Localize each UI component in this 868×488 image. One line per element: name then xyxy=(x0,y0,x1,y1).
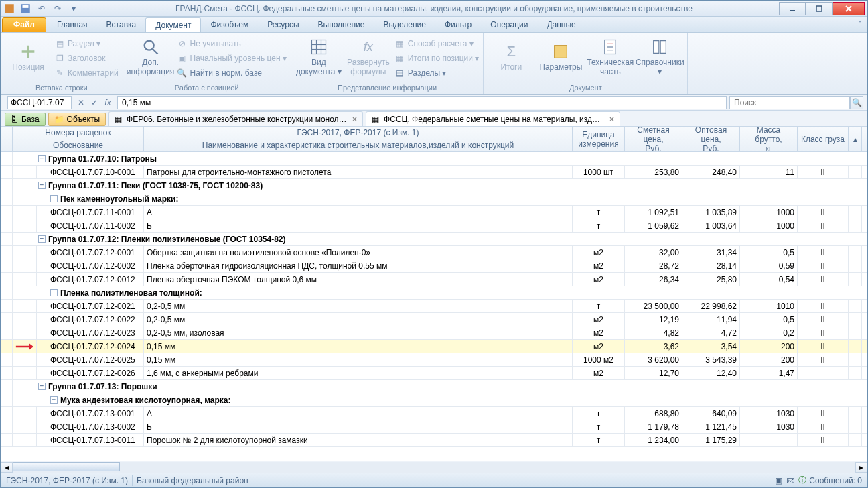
menu-tab-данные[interactable]: Данные xyxy=(537,17,585,32)
objects-button[interactable]: 📁Объекты xyxy=(48,113,106,126)
grid-body[interactable]: −Группа 01.7.07.10: ПатроныФССЦ-01.7.07.… xyxy=(1,152,867,461)
header-mass[interactable]: Масса брутто, кг xyxy=(740,127,797,151)
table-row[interactable]: ФССЦ-01.7.07.12-0001Обертка защитная на … xyxy=(1,246,867,259)
table-row[interactable]: −Мука андезитовая кислотоупорная, марка: xyxy=(1,393,867,407)
pos-totals-button[interactable]: ▦Итоги по позиции ▾ xyxy=(394,52,479,65)
search-button[interactable]: 🔍 xyxy=(850,96,863,109)
collapse-icon[interactable]: − xyxy=(50,396,58,404)
menu-tab-вставка[interactable]: Вставка xyxy=(97,17,146,32)
header-basis[interactable]: Обоснование xyxy=(13,139,143,151)
table-row[interactable]: ФССЦ-01.7.07.12-00250,15 мм1000 м23 620,… xyxy=(1,353,867,367)
scroll-left-icon[interactable]: ◂ xyxy=(1,462,13,473)
menu-tab-выделение[interactable]: Выделение xyxy=(374,17,435,32)
status-icon[interactable]: ▣ xyxy=(775,476,782,485)
cancel-edit-icon[interactable]: ✕ xyxy=(74,96,88,109)
scroll-thumb[interactable] xyxy=(13,462,120,471)
header-button[interactable]: ❐Заголовок xyxy=(54,52,119,65)
scroll-right-icon[interactable]: ▸ xyxy=(855,462,867,473)
formula-input[interactable] xyxy=(117,96,727,109)
price-level-button[interactable]: ▣Начальный уровень цен ▾ xyxy=(177,52,287,65)
table-row[interactable]: −Пек каменноугольный марки: xyxy=(1,192,867,206)
header-codes[interactable]: Номера расценок xyxy=(13,127,143,139)
table-row[interactable]: −Группа 01.7.07.12: Пленки полиэтиленовы… xyxy=(1,233,867,246)
fx-button[interactable]: fx xyxy=(101,96,115,109)
collapse-icon[interactable]: − xyxy=(50,289,58,296)
menu-tab-документ[interactable]: Документ xyxy=(145,17,201,32)
menu-tab-фильтр[interactable]: Фильтр xyxy=(435,17,481,32)
table-row[interactable]: ФССЦ-01.7.07.11-0002Бт1 059,621 003,6410… xyxy=(1,219,867,233)
table-row[interactable]: −Пленка полиэтиленовая толщиной: xyxy=(1,286,867,300)
maximize-button[interactable] xyxy=(806,2,833,15)
table-row[interactable]: ФССЦ-01.7.07.12-00230,2-0,5 мм, изоловая… xyxy=(1,326,867,340)
params-button[interactable]: Параметры xyxy=(537,34,584,80)
search-input[interactable] xyxy=(729,96,850,109)
collapse-icon[interactable]: − xyxy=(38,383,46,390)
minimize-button[interactable] xyxy=(779,2,806,15)
header-class[interactable]: Класс груза xyxy=(798,127,848,151)
position-button[interactable]: Позиция xyxy=(5,34,52,80)
table-row[interactable]: −Группа 01.7.07.10: Патроны xyxy=(1,152,867,166)
table-row[interactable]: ФССЦ-01.7.07.13-0001Ат688,80640,091030II xyxy=(1,407,867,420)
collapse-icon[interactable]: − xyxy=(38,235,46,243)
table-row[interactable]: −Группа 01.7.07.13: Порошки xyxy=(1,380,867,393)
horizontal-scrollbar[interactable]: ◂ ▸ xyxy=(1,461,867,473)
menu-tab-ресурсы[interactable]: Ресурсы xyxy=(258,17,308,32)
qat-dropdown-icon[interactable]: ▾ xyxy=(68,3,80,15)
collapse-icon[interactable]: − xyxy=(38,155,46,162)
table-row[interactable]: ФССЦ-01.7.07.13-0011Порошок № 2 для кисл… xyxy=(1,434,867,447)
messages-indicator[interactable]: ⓘ Сообщений: 0 xyxy=(798,475,862,486)
confirm-edit-icon[interactable]: ✓ xyxy=(88,96,101,109)
collapse-icon[interactable]: − xyxy=(50,195,58,202)
cell-price2: 12,40 xyxy=(682,367,740,379)
comment-button[interactable]: ✎Комментарий xyxy=(54,66,119,80)
ribbon-collapse-icon[interactable]: ˄ xyxy=(853,17,867,32)
header-price1[interactable]: Сметная цена, Руб. xyxy=(625,127,682,151)
undo-icon[interactable]: ↶ xyxy=(35,3,48,15)
table-row[interactable]: ФССЦ-01.7.07.12-00261,6 мм, с анкерными … xyxy=(1,367,867,380)
close-tab-icon[interactable]: × xyxy=(352,115,357,124)
table-row[interactable]: ФССЦ-01.7.07.12-00240,15 ммм23,623,54200… xyxy=(1,340,867,353)
table-row[interactable]: −Группа 01.7.07.11: Пеки (ГОСТ 1038-75, … xyxy=(1,179,867,192)
status-icon[interactable]: 🖂 xyxy=(786,476,794,485)
totals-button[interactable]: ΣИтоги xyxy=(488,34,534,80)
database-button[interactable]: 🗄База xyxy=(5,113,46,126)
collapse-icon[interactable]: − xyxy=(38,182,46,189)
section-button[interactable]: ▤Раздел ▾ xyxy=(54,37,119,50)
header-price2[interactable]: Оптовая цена, Руб. xyxy=(682,127,739,151)
techpart-button[interactable]: Техническая часть xyxy=(587,34,634,80)
document-tab[interactable]: ▦ФССЦ. Федеральные сметные цены на матер… xyxy=(366,111,620,126)
expand-formulas-button[interactable]: fx Развернуть формулы xyxy=(345,34,392,80)
menu-tab-главная[interactable]: Главная xyxy=(48,17,97,32)
calc-method-button[interactable]: ▦Способ расчета ▾ xyxy=(394,37,479,50)
table-row[interactable]: ФССЦ-01.7.07.10-0001Патроны для строител… xyxy=(1,166,867,179)
view-button[interactable]: Вид документа ▾ xyxy=(295,34,342,80)
menu-tab-операции[interactable]: Операции xyxy=(481,17,537,32)
table-row[interactable]: ФССЦ-01.7.07.12-0012Пленка оберточная ПЭ… xyxy=(1,273,867,286)
file-tab[interactable]: Файл xyxy=(2,17,46,32)
close-tab-icon[interactable]: × xyxy=(609,115,614,124)
header-norm[interactable]: ГЭСН-2017, ФЕР-2017 (с Изм. 1) xyxy=(144,127,572,139)
grid-header: Номера расценок Обоснование ГЭСН-2017, Ф… xyxy=(1,127,867,152)
ignore-button[interactable]: ⊘Не учитывать xyxy=(177,37,287,50)
header-name[interactable]: Наименование и характеристика строительн… xyxy=(144,139,572,151)
scroll-up-icon[interactable]: ▴ xyxy=(849,127,861,151)
table-row[interactable]: ФССЦ-01.7.07.11-0001Ат1 092,511 035,8910… xyxy=(1,206,867,219)
menu-tab-выполнение[interactable]: Выполнение xyxy=(309,17,374,32)
info-button[interactable]: Доп. информация xyxy=(127,34,174,80)
find-norm-button[interactable]: 🔍Найти в норм. базе xyxy=(177,66,287,80)
document-tab[interactable]: ▦ФЕР06. Бетонные и железобетонные констр… xyxy=(108,111,363,126)
header-unit[interactable]: Единица измерения xyxy=(573,127,624,151)
reference-button[interactable]: Справочники ▾ xyxy=(636,34,683,80)
save-icon[interactable] xyxy=(19,3,31,15)
table-row[interactable]: ФССЦ-01.7.07.12-0002Пленка оберточная ги… xyxy=(1,259,867,273)
cell-code: ФССЦ-01.7.07.11-0001 xyxy=(37,206,144,219)
table-row[interactable]: ФССЦ-01.7.07.12-00220,2-0,5 ммм212,1911,… xyxy=(1,313,867,326)
svg-rect-2 xyxy=(23,5,29,8)
sections-button[interactable]: ▤Разделы ▾ xyxy=(394,66,479,80)
table-row[interactable]: ФССЦ-01.7.07.12-00210,2-0,5 ммт23 500,00… xyxy=(1,300,867,313)
cell-reference[interactable]: ФССЦ-01.7.07 xyxy=(7,96,72,109)
close-button[interactable] xyxy=(833,2,865,15)
menu-tab-физобъем[interactable]: Физобъем xyxy=(201,17,258,32)
table-row[interactable]: ФССЦ-01.7.07.13-0002Бт1 179,781 121,4510… xyxy=(1,420,867,434)
redo-icon[interactable]: ↷ xyxy=(52,3,64,15)
